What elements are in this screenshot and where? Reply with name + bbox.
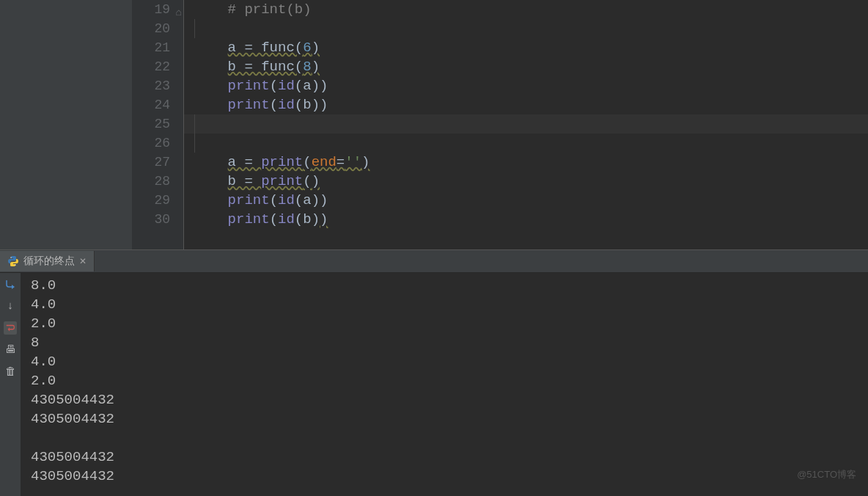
line-number[interactable]: 25 — [132, 114, 183, 134]
console-output[interactable]: 8.0 4.0 2.0 8 4.0 2.0 4305004432 4305004… — [21, 273, 868, 496]
project-sidebar-collapsed — [0, 0, 132, 249]
line-number[interactable]: 19 ⌂ — [132, 0, 183, 19]
code-line[interactable] — [184, 19, 868, 38]
svg-point-1 — [15, 264, 15, 265]
line-number[interactable]: 26 — [132, 134, 183, 153]
soft-wrap-icon[interactable] — [4, 321, 17, 335]
console-toolbar: ↓ 🖶 🗑 — [0, 273, 21, 496]
line-number[interactable]: 22 — [132, 57, 183, 76]
line-number[interactable]: 24 — [132, 95, 183, 114]
code-line[interactable]: a = print(end='') — [184, 153, 868, 172]
run-tab-label: 循环的终点 — [23, 255, 75, 268]
line-number[interactable]: 21 — [132, 38, 183, 57]
code-line[interactable]: a = func(6) — [184, 38, 868, 57]
line-number[interactable]: 28 — [132, 172, 183, 191]
scroll-to-end-icon[interactable]: ↓ — [4, 299, 17, 313]
editor-pane: 19 ⌂ 20 21 22 23 24 25 26 27 28 29 30 # … — [0, 0, 868, 249]
code-line[interactable] — [184, 114, 868, 134]
run-tab-bar: 循环的终点 ✕ — [0, 249, 868, 273]
code-line[interactable]: b = func(8) — [184, 57, 868, 76]
line-number[interactable]: 20 — [132, 19, 183, 38]
close-icon[interactable]: ✕ — [79, 256, 87, 266]
line-number[interactable]: 23 — [132, 76, 183, 95]
code-line[interactable]: print(id(b)) — [184, 210, 868, 229]
clear-all-icon[interactable]: 🗑 — [4, 365, 17, 379]
line-number-gutter[interactable]: 19 ⌂ 20 21 22 23 24 25 26 27 28 29 30 — [132, 0, 183, 249]
line-number[interactable]: 30 — [132, 210, 183, 229]
code-editor[interactable]: # print(b) a = func(6) b = func(8) print… — [183, 0, 868, 249]
line-number[interactable]: 29 — [132, 191, 183, 210]
run-tab[interactable]: 循环的终点 ✕ — [0, 251, 95, 271]
step-icon[interactable] — [4, 277, 17, 291]
line-number[interactable]: 27 — [132, 153, 183, 172]
code-line[interactable]: # print(b) — [184, 0, 868, 19]
code-line[interactable] — [184, 134, 868, 153]
svg-point-0 — [10, 257, 11, 258]
python-file-icon — [7, 255, 19, 267]
console-pane: ↓ 🖶 🗑 8.0 4.0 2.0 8 4.0 2.0 4305004432 4… — [0, 273, 868, 496]
print-icon[interactable]: 🖶 — [4, 343, 17, 357]
code-line[interactable]: b = print() — [184, 172, 868, 191]
code-line[interactable]: print(id(b)) — [184, 95, 868, 114]
code-line[interactable]: print(id(a)) — [184, 191, 868, 210]
code-line[interactable]: print(id(a)) — [184, 76, 868, 95]
watermark-text: @51CTO博客 — [797, 468, 856, 481]
